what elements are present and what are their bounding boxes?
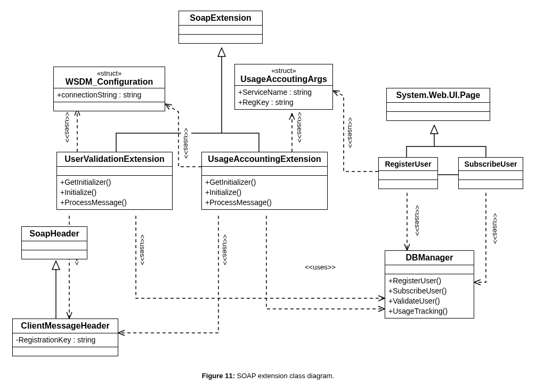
class-ops: [387, 112, 490, 120]
class-attrs: [22, 241, 87, 250]
attr: -RegistrationKey : string: [16, 335, 115, 345]
class-attrs: [379, 171, 437, 180]
op: +Initialize(): [205, 187, 324, 198]
figure-text: SOAP extension class diagram.: [235, 372, 334, 380]
class-title: WSDM_Configuration: [57, 77, 161, 87]
class-usageaccountingextension: UsageAccountingExtension +GetInitializer…: [201, 152, 328, 210]
class-attrs: [385, 265, 474, 274]
uses-label: <<uses>>: [137, 234, 148, 265]
class-header: «struct» WSDM_Configuration: [54, 67, 165, 88]
class-usageaccoutingargs: «struct» UsageAccoutingArgs +ServiceName…: [234, 64, 333, 110]
class-title: SoapHeader: [22, 227, 87, 241]
attr: +ServiceName : string: [238, 87, 329, 97]
op: +ProcessMessage(): [60, 198, 169, 208]
class-attrs: [57, 167, 172, 176]
class-ops: [13, 347, 118, 356]
class-soapextension: SoapExtension: [178, 11, 263, 44]
attr: +RegKey : string: [238, 97, 329, 108]
class-title: System.Web.UI.Page: [387, 88, 490, 103]
class-system-web-ui-page: System.Web.UI.Page: [386, 88, 490, 121]
class-title: UsageAccountingExtension: [202, 152, 327, 167]
class-ops: [179, 35, 262, 43]
op: +RegisterUser(): [388, 276, 470, 286]
attr: +connectionString : string: [57, 90, 161, 100]
op: +Initialize(): [60, 187, 169, 198]
class-ops: [54, 102, 165, 111]
class-clientmessageheader: ClientMessageHeader -RegistrationKey : s…: [12, 318, 118, 356]
stereotype: «struct»: [97, 69, 121, 77]
uses-label: <<uses>>: [345, 117, 355, 148]
op: +GetInitializer(): [60, 177, 169, 187]
uses-label: <<uses>>: [295, 112, 305, 143]
class-ops: +RegisterUser() +SubscribeUser() +Valida…: [385, 274, 474, 318]
class-title: DBManager: [385, 251, 474, 265]
class-title: UsageAccoutingArgs: [238, 75, 329, 84]
class-title: SubscribeUser: [459, 158, 523, 171]
class-attrs: [459, 171, 523, 180]
class-title: SoapExtension: [179, 11, 262, 26]
class-header: «struct» UsageAccoutingArgs: [235, 64, 332, 86]
diagram-canvas: <<uses>> <<uses>> <<uses>> <<uses>> <<us…: [0, 0, 536, 373]
class-ops: [22, 250, 87, 259]
class-uservalidationextension: UserValidationExtension +GetInitializer(…: [56, 152, 173, 210]
class-title: ClientMessageHeader: [13, 319, 118, 333]
figure-label: Figure 11:: [202, 372, 235, 380]
class-subscribeuser: SubscribeUser: [458, 157, 523, 189]
class-ops: +GetInitializer() +Initialize() +Process…: [57, 176, 172, 209]
uses-label: <<uses>>: [62, 112, 72, 143]
class-attrs: +connectionString : string: [54, 88, 165, 102]
class-attrs: [202, 167, 327, 176]
uses-label: <<uses>>: [490, 213, 500, 244]
class-attrs: [179, 26, 262, 35]
class-registeruser: RegisterUser: [378, 157, 438, 189]
uses-label: <<uses>>: [220, 234, 230, 265]
class-dbmanager: DBManager +RegisterUser() +SubscribeUser…: [385, 250, 474, 318]
op: +GetInitializer(): [205, 177, 324, 187]
class-wsdm-configuration: «struct» WSDM_Configuration +connectionS…: [53, 67, 165, 111]
uses-label: <<uses>>: [304, 263, 337, 271]
op: +SubscribeUser(): [388, 286, 470, 296]
op: +ProcessMessage(): [205, 198, 324, 208]
uses-label: <<uses>>: [181, 128, 191, 159]
class-title: RegisterUser: [379, 158, 437, 171]
class-ops: [379, 180, 437, 189]
figure-caption: Figure 11: SOAP extension class diagram.: [0, 372, 536, 380]
class-attrs: -RegistrationKey : string: [13, 333, 118, 347]
class-title: UserValidationExtension: [57, 152, 172, 167]
class-soapheader: SoapHeader: [21, 226, 87, 259]
op: +ValidateUser(): [388, 296, 470, 306]
uses-label: <<uses>>: [412, 205, 423, 236]
class-attrs: +ServiceName : string +RegKey : string: [235, 86, 332, 109]
class-attrs: [387, 103, 490, 112]
op: +UsageTracking(): [388, 306, 470, 316]
class-ops: +GetInitializer() +Initialize() +Process…: [202, 176, 327, 209]
class-ops: [459, 180, 523, 189]
stereotype: «struct»: [271, 67, 296, 75]
